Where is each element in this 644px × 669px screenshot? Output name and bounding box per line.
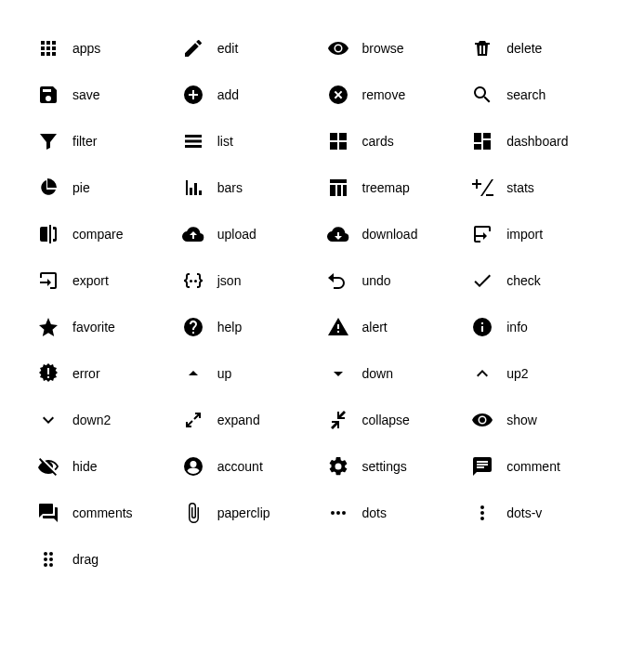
icon-grid: appseditbrowsedeletesaveaddremovesearchf… [37, 37, 607, 571]
list-icon [182, 130, 204, 152]
icon-label: alert [362, 320, 388, 334]
export-icon [37, 269, 59, 292]
save-icon [37, 84, 59, 106]
alert-icon [327, 316, 349, 338]
icon-entry-import: import [471, 223, 607, 245]
icon-label: up [217, 366, 232, 381]
treemap-icon [327, 177, 349, 199]
icon-label: browse [362, 41, 404, 56]
icon-entry-bars: bars [182, 177, 318, 199]
icon-entry-browse: browse [327, 37, 463, 59]
icon-label: export [72, 273, 109, 288]
icon-entry-up: up [182, 362, 318, 385]
icon-entry-comments: comments [37, 502, 173, 524]
remove-icon [327, 84, 349, 106]
icon-entry-download: download [327, 223, 463, 245]
icon-entry-remove: remove [327, 84, 463, 106]
icon-label: cards [362, 134, 394, 149]
icon-label: error [72, 366, 100, 381]
icon-label: add [217, 87, 239, 102]
icon-label: drag [72, 552, 99, 567]
up2-icon [471, 362, 493, 385]
icon-entry-collapse: collapse [327, 409, 463, 431]
icon-label: bars [217, 180, 243, 195]
icon-label: comments [72, 505, 133, 520]
delete-icon [471, 37, 493, 59]
icon-label: info [506, 320, 528, 334]
icon-label: compare [72, 227, 123, 242]
dots-v-icon [471, 502, 493, 524]
icon-label: up2 [506, 366, 528, 381]
icon-label: delete [506, 41, 542, 56]
favorite-icon [37, 316, 59, 338]
browse-icon [327, 37, 349, 59]
drag-icon [37, 548, 59, 571]
icon-label: remove [362, 87, 406, 102]
icon-label: treemap [362, 180, 410, 195]
filter-icon [37, 130, 59, 152]
icon-entry-delete: delete [471, 37, 607, 59]
icon-label: stats [506, 180, 534, 195]
icon-entry-check: check [471, 269, 607, 292]
icon-label: import [506, 227, 543, 242]
icon-entry-treemap: treemap [327, 177, 463, 199]
icon-label: help [217, 320, 242, 334]
icon-entry-show: show [471, 409, 607, 431]
undo-icon [327, 269, 349, 292]
pie-icon [37, 177, 59, 199]
icon-label: collapse [362, 413, 410, 427]
json-icon [182, 269, 204, 292]
icon-entry-cards: cards [327, 130, 463, 152]
account-icon [182, 455, 204, 478]
icon-label: account [217, 459, 263, 474]
icon-label: dashboard [506, 134, 568, 149]
icon-label: list [217, 134, 233, 149]
icon-entry-edit: edit [182, 37, 318, 59]
icon-label: pie [72, 180, 90, 195]
apps-icon [37, 37, 59, 59]
icon-entry-down: down [327, 362, 463, 385]
icon-entry-add: add [182, 84, 318, 106]
search-icon [471, 84, 493, 106]
collapse-icon [327, 409, 349, 431]
check-icon [471, 269, 493, 292]
info-icon [471, 316, 493, 338]
icon-entry-down2: down2 [37, 409, 173, 431]
icon-entry-settings: settings [327, 455, 463, 478]
icon-entry-export: export [37, 269, 173, 292]
icon-entry-up2: up2 [471, 362, 607, 385]
up-icon [182, 362, 204, 385]
icon-entry-dashboard: dashboard [471, 130, 607, 152]
icon-entry-compare: compare [37, 223, 173, 245]
download-icon [327, 223, 349, 245]
icon-entry-filter: filter [37, 130, 173, 152]
icon-entry-favorite: favorite [37, 316, 173, 338]
dots-icon [327, 502, 349, 524]
icon-entry-json: json [182, 269, 318, 292]
icon-entry-pie: pie [37, 177, 173, 199]
comments-icon [37, 502, 59, 524]
stats-icon [471, 177, 493, 199]
icon-label: down [362, 366, 393, 381]
icon-entry-drag: drag [37, 548, 173, 571]
icon-entry-error: error [37, 362, 173, 385]
expand-icon [182, 409, 204, 431]
icon-label: save [72, 87, 100, 102]
icon-label: search [506, 87, 545, 102]
icon-label: expand [217, 413, 260, 427]
icon-label: undo [362, 273, 391, 288]
icon-label: apps [72, 41, 100, 56]
icon-label: settings [362, 459, 407, 474]
comment-icon [471, 455, 493, 478]
icon-label: dots [362, 505, 387, 520]
icon-label: down2 [72, 413, 111, 427]
icon-label: upload [217, 227, 256, 242]
icon-label: check [506, 273, 541, 288]
icon-label: comment [506, 459, 560, 474]
icon-label: hide [72, 459, 97, 474]
icon-entry-save: save [37, 84, 173, 106]
icon-entry-dots-v: dots-v [471, 502, 607, 524]
error-icon [37, 362, 59, 385]
icon-label: download [362, 227, 418, 242]
icon-label: favorite [72, 320, 115, 334]
